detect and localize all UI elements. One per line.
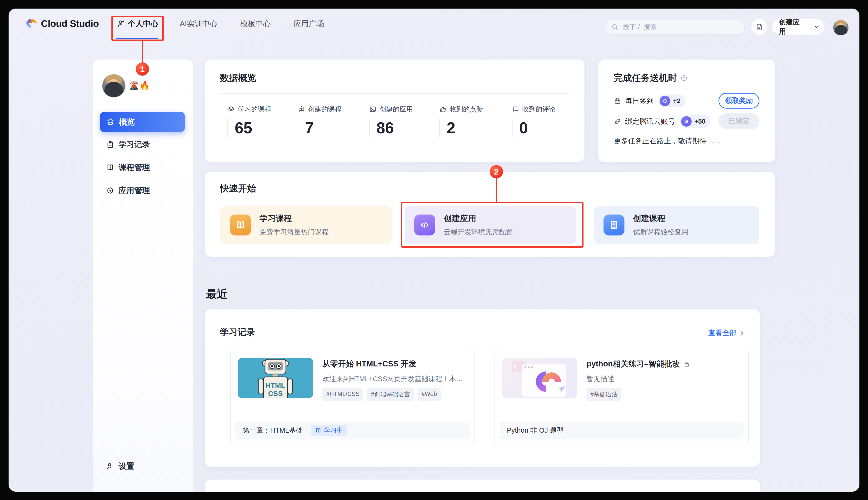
sidebar-item-learning-records[interactable]: 学习记录 — [100, 137, 185, 152]
book-plus-icon — [604, 215, 625, 236]
home-icon — [106, 118, 115, 126]
view-all-link[interactable]: 查看全部 — [708, 328, 745, 338]
sidebar-item-overview[interactable]: 概览 — [100, 112, 185, 132]
code-icon — [414, 215, 435, 236]
sidebar-item-label: 课程管理 — [118, 162, 150, 173]
reward-amount: +2 — [673, 98, 681, 105]
quick-card-create-app[interactable]: 创建应用 云端开发环境无需配置 — [405, 206, 576, 244]
notebook-icon — [106, 140, 114, 149]
stat-value: 65 — [227, 119, 271, 137]
tab-ai-training[interactable]: AI实训中心 — [180, 17, 217, 31]
layers-icon — [227, 105, 235, 113]
document-icon — [755, 23, 763, 31]
stats-card: 数据概览 学习的课程 65 创建的课程 — [205, 59, 584, 162]
stats-title: 数据概览 — [220, 72, 256, 84]
comment-icon — [512, 105, 519, 113]
course-progress-row[interactable]: Python 非 OJ 题型 — [500, 422, 743, 439]
tasks-title: 完成任务送机时 — [614, 72, 677, 84]
search-input[interactable] — [622, 23, 726, 31]
course-description: 暂无描述 — [586, 374, 732, 384]
learning-records-title: 学习记录 — [220, 326, 255, 338]
quick-card-subtitle: 优质课程轻松复用 — [633, 227, 688, 237]
calendar-icon — [614, 97, 621, 105]
course-progress-row[interactable]: 第一章：HTML基础 学习中 — [236, 422, 470, 439]
easel-plus-icon — [298, 105, 305, 113]
task-label: 每日签到 — [625, 96, 654, 106]
tasks-card: 完成任务送机时 每日签到 — [598, 59, 775, 162]
stat-value: 2 — [439, 119, 483, 137]
chapter-label: Python 非 OJ 题型 — [507, 426, 564, 435]
sidebar-item-label: 设置 — [118, 461, 134, 471]
stat-value: 86 — [369, 119, 413, 137]
course-tags: #基础语法 — [586, 388, 621, 401]
tag: #HTML/CSS — [322, 388, 363, 401]
learning-records-card: 学习记录 查看全部 — [205, 309, 760, 467]
stat-value: 7 — [298, 119, 341, 137]
stat-likes: 收到的点赞 2 — [439, 105, 483, 137]
open-book-icon — [315, 428, 321, 434]
course-thumbnail — [502, 358, 577, 398]
help-icon[interactable] — [681, 75, 687, 82]
svg-text:HTML: HTML — [265, 382, 285, 389]
chapter-label: 第一章：HTML基础 — [243, 426, 303, 435]
search-box[interactable] — [605, 19, 745, 35]
sidebar-item-label: 应用管理 — [118, 185, 150, 196]
chip-icon — [660, 96, 670, 106]
course-card-python[interactable]: python相关练习–智能批改 暂无描述 #基础语法 Python 非 OJ 题… — [494, 348, 749, 446]
reward-pill: +2 — [659, 94, 685, 107]
sidebar-avatar[interactable] — [102, 74, 126, 98]
user-avatar[interactable] — [833, 20, 849, 36]
tab-templates[interactable]: 模板中心 — [240, 17, 271, 31]
tag: #Web — [418, 388, 441, 401]
cloud-studio-logo-icon — [23, 17, 37, 31]
arrow-right-icon — [739, 330, 745, 336]
stat-label: 学习的课程 — [238, 105, 271, 114]
tab-personal-center[interactable]: 个人中心 — [117, 17, 158, 31]
sidebar-item-label: 学习记录 — [118, 139, 150, 150]
tab-label: 应用广场 — [294, 19, 324, 29]
quick-start-title: 快速开始 — [220, 182, 256, 194]
next-section-card-clipped — [205, 479, 760, 492]
tab-label: 个人中心 — [128, 19, 158, 29]
quick-card-title: 学习课程 — [260, 213, 329, 224]
stat-created-courses: 创建的课程 7 — [298, 105, 341, 137]
quick-card-title: 创建应用 — [444, 213, 513, 224]
create-app-label: 创建应用 — [779, 18, 806, 36]
stat-created-apps: 创建的应用 86 — [369, 105, 413, 137]
logo: Cloud Studio — [23, 17, 99, 31]
tab-app-plaza[interactable]: 应用广场 — [294, 17, 324, 31]
quick-card-create-course[interactable]: 创建课程 优质课程轻松复用 — [594, 206, 760, 244]
quick-card-title: 创建课程 — [633, 213, 688, 224]
sidebar-item-settings[interactable]: 设置 — [100, 458, 185, 474]
tasks-footer-note: 更多任务正在路上，敬请期待…… — [614, 136, 721, 146]
sidebar-item-course-management[interactable]: 课程管理 — [100, 160, 185, 175]
tab-label: 模板中心 — [240, 19, 271, 29]
logo-text: Cloud Studio — [41, 18, 99, 29]
course-tags: #HTML/CSS #前端基础语言 #Web — [322, 388, 441, 401]
chevron-down-icon[interactable] — [814, 24, 820, 30]
create-app-button[interactable]: 创建应用 — [772, 19, 824, 35]
quick-card-subtitle: 云端开发环境无需配置 — [444, 227, 513, 237]
hexagon-app-icon — [106, 186, 114, 194]
svg-text:CSS: CSS — [268, 389, 283, 397]
sidebar-item-label: 概览 — [119, 117, 135, 127]
quick-card-learn-course[interactable]: 学习课程 免费学习海量热门课程 — [220, 206, 392, 244]
claim-reward-button[interactable]: 领取奖励 — [719, 93, 760, 109]
stat-learned-courses: 学习的课程 65 — [227, 105, 271, 137]
stat-value: 0 — [512, 119, 556, 137]
divider — [220, 93, 569, 94]
sidebar-item-app-management[interactable]: 应用管理 — [100, 183, 185, 198]
active-tab-underline — [116, 38, 158, 39]
course-thumbnail: HTML CSS — [238, 358, 313, 398]
badge-label: 学习中 — [324, 426, 343, 435]
course-card-html-css[interactable]: HTML CSS 从零开始 HTML+CSS 开发 欢迎来到HTML+CSS网页… — [230, 348, 475, 446]
recent-heading: 最近 — [206, 287, 228, 302]
sidebar: 🌋🔥 概览 学习记录 — [93, 59, 193, 492]
button-divider — [810, 24, 810, 30]
docs-button[interactable] — [751, 19, 767, 35]
app-window: Cloud Studio 个人中心 AI实训中心 模板中心 应用广场 — [9, 9, 859, 492]
link-icon — [614, 118, 621, 125]
quick-start-card: 快速开始 学习课程 免费学习海量热门课程 创建应用 云端开发环境无 — [205, 172, 775, 257]
tag: #前端基础语言 — [367, 388, 414, 401]
stat-label: 创建的课程 — [308, 105, 341, 114]
